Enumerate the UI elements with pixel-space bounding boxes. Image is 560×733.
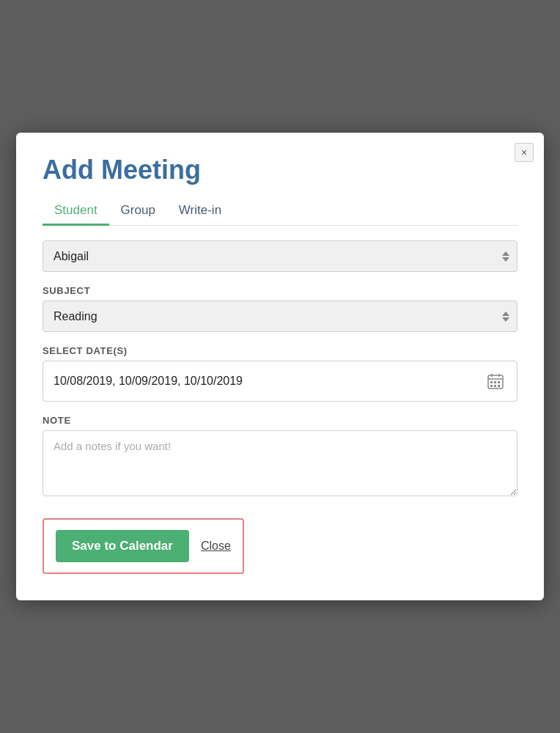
- note-label: NOTE: [43, 415, 517, 426]
- tab-writein[interactable]: Write-in: [167, 197, 233, 226]
- subject-label: SUBJECT: [43, 285, 517, 296]
- add-meeting-modal: × Add Meeting Student Group Write-in Abi…: [16, 133, 544, 600]
- subject-select-wrapper[interactable]: Reading: [43, 301, 517, 332]
- note-textarea[interactable]: [43, 430, 517, 496]
- svg-rect-6: [498, 381, 500, 383]
- date-label: SELECT DATE(S): [43, 345, 517, 356]
- note-group: NOTE: [43, 415, 517, 499]
- close-button[interactable]: Close: [201, 539, 231, 553]
- modal-title: Add Meeting: [43, 155, 517, 185]
- student-select[interactable]: Abigail: [43, 241, 517, 271]
- date-input-wrapper[interactable]: 10/08/2019, 10/09/2019, 10/10/2019: [43, 361, 517, 402]
- action-row: Save to Calendar Close: [43, 518, 244, 574]
- svg-rect-8: [494, 385, 496, 387]
- student-select-wrapper[interactable]: Abigail: [43, 240, 517, 272]
- tab-student[interactable]: Student: [43, 197, 109, 226]
- svg-rect-7: [490, 385, 493, 387]
- date-value: 10/08/2019, 10/09/2019, 10/10/2019: [54, 375, 485, 388]
- date-group: SELECT DATE(S) 10/08/2019, 10/09/2019, 1…: [43, 345, 517, 402]
- modal-close-button[interactable]: ×: [515, 143, 534, 162]
- student-select-group: Abigail: [43, 240, 517, 272]
- subject-group: SUBJECT Reading: [43, 285, 517, 332]
- save-to-calendar-button[interactable]: Save to Calendar: [56, 530, 189, 562]
- svg-rect-5: [494, 381, 496, 383]
- close-x-icon: ×: [521, 147, 527, 158]
- tab-bar: Student Group Write-in: [43, 197, 517, 226]
- svg-rect-4: [490, 381, 493, 383]
- calendar-icon[interactable]: [485, 370, 506, 392]
- subject-select[interactable]: Reading: [43, 301, 517, 331]
- tab-group[interactable]: Group: [109, 197, 167, 226]
- svg-rect-9: [498, 385, 500, 387]
